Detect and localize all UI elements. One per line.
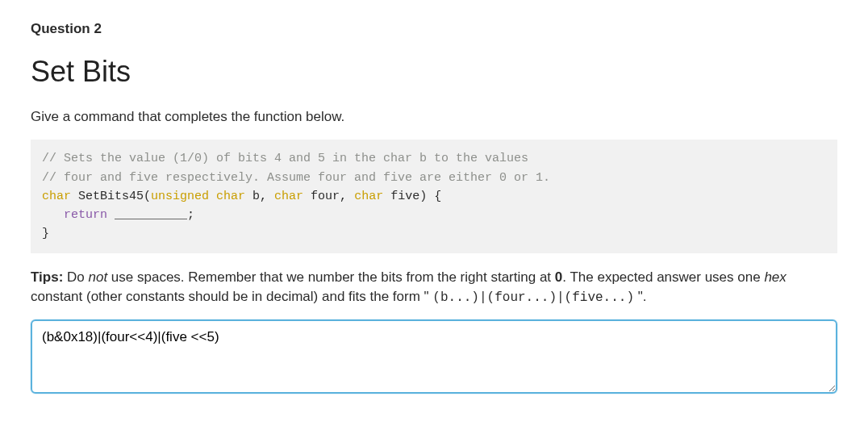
code-type: unsigned char (151, 190, 245, 203)
question-label: Question 2 (31, 19, 837, 40)
tips-em-hex: hex (764, 269, 786, 285)
code-type: char (42, 190, 71, 203)
tips-zero: 0 (555, 269, 562, 285)
tips-span: ". (634, 289, 646, 304)
code-text: five) { (383, 190, 441, 203)
tips-code-form: (b...)|(four...)|(five...) (432, 290, 634, 305)
tips-span: Do (63, 269, 88, 285)
tips-span: use spaces. Remember that we number the … (107, 269, 555, 285)
code-type: char (354, 190, 383, 203)
code-text: SetBits45( (71, 190, 151, 203)
tips-label: Tips: (31, 269, 63, 285)
code-type: char (274, 190, 303, 203)
code-text: } (42, 227, 49, 240)
answer-input[interactable] (31, 319, 837, 394)
page-title: Set Bits (31, 51, 837, 93)
code-block: // Sets the value (1/0) of bits 4 and 5 … (31, 140, 837, 252)
code-text: four, (303, 190, 354, 203)
code-text: __________; (107, 208, 194, 222)
question-prompt: Give a command that completes the functi… (31, 107, 837, 127)
tips-em-not: not (89, 269, 108, 285)
tips-span: . The expected answer uses one (562, 269, 764, 285)
tips-span: constant (other constants should be in d… (31, 289, 432, 304)
code-comment: // four and five respectively. Assume fo… (42, 171, 550, 185)
code-text: b, (245, 190, 274, 203)
tips-text: Tips: Do not use spaces. Remember that w… (31, 268, 837, 308)
code-comment: // Sets the value (1/0) of bits 4 and 5 … (42, 152, 528, 165)
code-keyword: return (64, 208, 107, 222)
